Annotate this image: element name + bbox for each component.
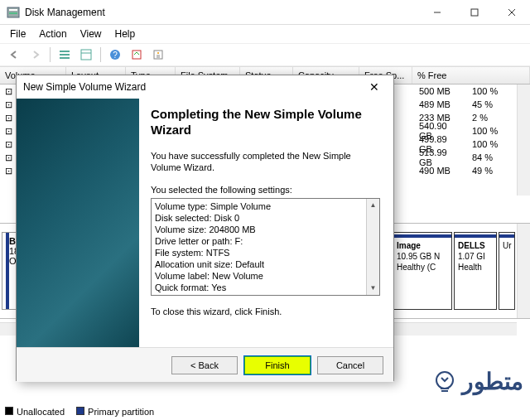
scroll-up-icon[interactable]: ▲ [367,199,379,212]
table-row[interactable]: 489 MB45 % [414,98,517,111]
settings-line: Drive letter or path: F: [155,235,363,247]
back-button[interactable]: < Back [171,356,238,374]
settings-listbox[interactable]: Volume type: Simple VolumeDisk selected:… [151,198,380,296]
volume-stub: ⊡ [0,99,15,110]
volume-stub: ⊡ [0,86,15,97]
window-title: Disk Management [25,7,418,18]
wizard-dialog: New Simple Volume Wizard ✕ Completing th… [16,75,394,381]
vol-name: DELLS [458,241,493,250]
col-pctfree[interactable]: % Free [412,67,530,84]
table-row[interactable]: 513.99 GB84 % [414,151,517,164]
settings-line: File system: NTFS [155,247,363,258]
map-v-scrollbar[interactable] [517,224,530,318]
table-row[interactable]: 490 MB49 % [414,164,517,177]
cancel-button[interactable]: Cancel [317,356,383,374]
settings-line: Allocation unit size: Default [155,258,363,270]
svg-rect-9 [60,57,70,59]
svg-rect-1 [9,9,17,11]
volume-stub: ⊡ [0,152,15,163]
vertical-scrollbar[interactable] [517,84,530,196]
dialog-title: New Simple Volume Wizard [23,81,146,93]
vol-status: Health [458,263,493,272]
settings-scrollbar[interactable]: ▲ ▼ [366,199,379,295]
wizard-heading: Completing the New Simple Volume Wizard [151,107,380,138]
settings-line: Volume type: Simple Volume [155,200,363,212]
volume-stub: ⊡ [0,113,15,123]
legend: Unallocated Primary partition [5,407,154,417]
properties-icon[interactable] [149,46,167,64]
cell-pct: 100 % [467,126,517,136]
cell-pct: 45 % [467,99,517,109]
svg-rect-10 [81,50,91,60]
minimize-button[interactable] [418,0,455,24]
cell-free: 500 MB [414,86,467,96]
cell-pct: 84 % [467,152,517,162]
close-button[interactable] [493,0,530,24]
wizard-side-art [17,99,139,347]
dialog-titlebar: New Simple Volume Wizard ✕ [17,75,393,99]
cell-free: 513.99 GB [414,147,467,167]
dialog-button-row: < Back Finish Cancel [17,347,393,382]
vol-status: Ur [503,241,511,250]
menu-file[interactable]: File [3,27,32,41]
maximize-button[interactable] [455,0,493,24]
cell-free: 490 MB [414,166,467,176]
forward-icon[interactable] [26,46,45,64]
scroll-down-icon[interactable]: ▼ [367,282,379,295]
svg-text:?: ? [113,51,118,60]
volume-box[interactable]: Image10.95 GB NHealthy (C [393,232,452,310]
volume-stub: ⊡ [0,126,15,137]
settings-line: Disk selected: Disk 0 [155,212,363,224]
menu-action[interactable]: Action [32,27,73,41]
vol-name: Image [397,241,448,250]
finish-button[interactable]: Finish [244,356,311,374]
list-icon[interactable] [55,46,74,64]
legend-primary: Primary partition [76,407,154,417]
menubar: File Action View Help [0,25,530,43]
svg-rect-2 [9,12,17,14]
back-icon[interactable] [5,46,23,64]
volume-stub: ⊡ [0,139,15,150]
volume-stub: ⊡ [0,166,15,176]
wizard-close-hint: To close this wizard, click Finish. [151,306,380,318]
settings-line: Quick format: Yes [155,282,363,293]
lightbulb-icon [432,369,457,394]
table-row[interactable]: 500 MB100 % [414,84,517,98]
legend-unallocated: Unallocated [5,407,65,417]
svg-rect-7 [60,51,70,52]
menu-view[interactable]: View [74,27,108,41]
cell-free: 489 MB [414,99,467,109]
settings-line: Volume size: 204800 MB [155,224,363,235]
help-icon[interactable]: ? [106,46,124,64]
svg-rect-4 [471,9,478,16]
settings-line: Volume label: New Volume [155,270,363,282]
refresh-icon[interactable] [128,46,146,64]
cell-pct: 49 % [467,166,517,176]
vol-status: Healthy (C [397,263,448,272]
titlebar: Disk Management [0,0,530,25]
vol-size: 1.07 GI [458,252,493,261]
detail-icon[interactable] [77,46,95,64]
volume-box[interactable]: Ur [499,232,515,310]
dialog-close-button[interactable]: ✕ [362,80,387,94]
menu-help[interactable]: Help [108,27,142,41]
cell-pct: 100 % [467,139,517,149]
volume-box[interactable]: DELLS1.07 GIHealth [454,232,497,310]
cell-pct: 2 % [467,113,517,123]
svg-rect-8 [60,54,70,56]
svg-point-16 [157,52,159,54]
wizard-selected-label: You selected the following settings: [151,184,380,196]
vol-size: 10.95 GB N [397,252,448,261]
watermark: متطور [432,368,523,395]
app-icon [7,6,20,19]
toolbar: ? [0,43,530,66]
cell-pct: 100 % [467,86,517,96]
wizard-success-text: You have successfully completed the New … [151,150,380,175]
